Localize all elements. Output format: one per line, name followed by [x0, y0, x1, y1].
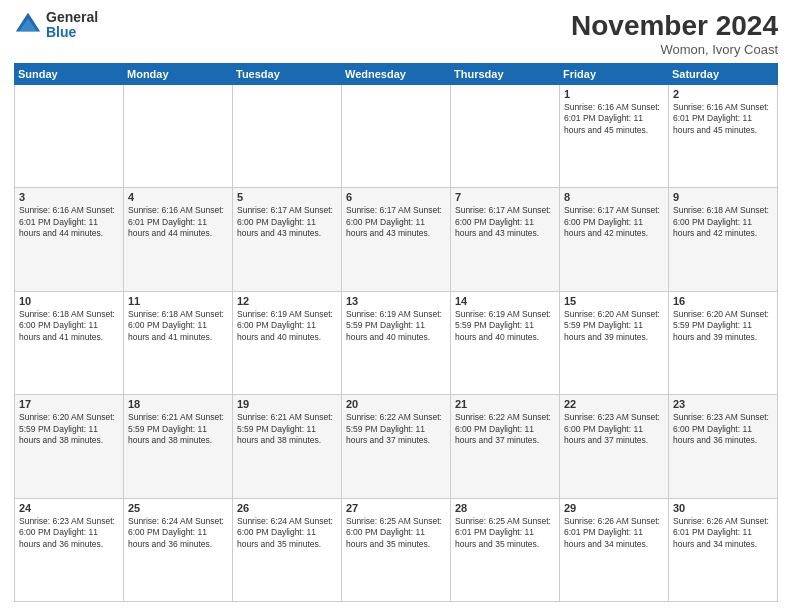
- day-info: Sunrise: 6:19 AM Sunset: 5:59 PM Dayligh…: [346, 309, 446, 343]
- table-row: 26Sunrise: 6:24 AM Sunset: 6:00 PM Dayli…: [233, 498, 342, 601]
- day-info: Sunrise: 6:23 AM Sunset: 6:00 PM Dayligh…: [19, 516, 119, 550]
- table-row: 25Sunrise: 6:24 AM Sunset: 6:00 PM Dayli…: [124, 498, 233, 601]
- day-number: 11: [128, 295, 228, 307]
- day-number: 18: [128, 398, 228, 410]
- day-info: Sunrise: 6:22 AM Sunset: 5:59 PM Dayligh…: [346, 412, 446, 446]
- table-row: 23Sunrise: 6:23 AM Sunset: 6:00 PM Dayli…: [669, 395, 778, 498]
- table-row: 5Sunrise: 6:17 AM Sunset: 6:00 PM Daylig…: [233, 188, 342, 291]
- table-row: 18Sunrise: 6:21 AM Sunset: 5:59 PM Dayli…: [124, 395, 233, 498]
- day-number: 10: [19, 295, 119, 307]
- day-number: 30: [673, 502, 773, 514]
- day-info: Sunrise: 6:19 AM Sunset: 6:00 PM Dayligh…: [237, 309, 337, 343]
- day-number: 1: [564, 88, 664, 100]
- day-number: 2: [673, 88, 773, 100]
- table-row: 16Sunrise: 6:20 AM Sunset: 5:59 PM Dayli…: [669, 291, 778, 394]
- col-friday: Friday: [560, 64, 669, 85]
- day-info: Sunrise: 6:16 AM Sunset: 6:01 PM Dayligh…: [128, 205, 228, 239]
- table-row: 22Sunrise: 6:23 AM Sunset: 6:00 PM Dayli…: [560, 395, 669, 498]
- day-info: Sunrise: 6:17 AM Sunset: 6:00 PM Dayligh…: [455, 205, 555, 239]
- week-row-1: 1Sunrise: 6:16 AM Sunset: 6:01 PM Daylig…: [15, 85, 778, 188]
- day-number: 16: [673, 295, 773, 307]
- day-info: Sunrise: 6:16 AM Sunset: 6:01 PM Dayligh…: [19, 205, 119, 239]
- table-row: 11Sunrise: 6:18 AM Sunset: 6:00 PM Dayli…: [124, 291, 233, 394]
- logo-icon: [14, 11, 42, 39]
- day-number: 24: [19, 502, 119, 514]
- day-number: 26: [237, 502, 337, 514]
- day-number: 12: [237, 295, 337, 307]
- day-info: Sunrise: 6:23 AM Sunset: 6:00 PM Dayligh…: [564, 412, 664, 446]
- table-row: 27Sunrise: 6:25 AM Sunset: 6:00 PM Dayli…: [342, 498, 451, 601]
- day-number: 21: [455, 398, 555, 410]
- week-row-3: 10Sunrise: 6:18 AM Sunset: 6:00 PM Dayli…: [15, 291, 778, 394]
- title-block: November 2024 Womon, Ivory Coast: [571, 10, 778, 57]
- week-row-2: 3Sunrise: 6:16 AM Sunset: 6:01 PM Daylig…: [15, 188, 778, 291]
- day-info: Sunrise: 6:17 AM Sunset: 6:00 PM Dayligh…: [237, 205, 337, 239]
- week-row-4: 17Sunrise: 6:20 AM Sunset: 5:59 PM Dayli…: [15, 395, 778, 498]
- logo-blue-text: Blue: [46, 25, 98, 40]
- day-info: Sunrise: 6:19 AM Sunset: 5:59 PM Dayligh…: [455, 309, 555, 343]
- day-number: 23: [673, 398, 773, 410]
- day-number: 20: [346, 398, 446, 410]
- day-info: Sunrise: 6:21 AM Sunset: 5:59 PM Dayligh…: [128, 412, 228, 446]
- day-info: Sunrise: 6:18 AM Sunset: 6:00 PM Dayligh…: [19, 309, 119, 343]
- table-row: 10Sunrise: 6:18 AM Sunset: 6:00 PM Dayli…: [15, 291, 124, 394]
- table-row: 17Sunrise: 6:20 AM Sunset: 5:59 PM Dayli…: [15, 395, 124, 498]
- month-title: November 2024: [571, 10, 778, 42]
- table-row: 12Sunrise: 6:19 AM Sunset: 6:00 PM Dayli…: [233, 291, 342, 394]
- table-row: 4Sunrise: 6:16 AM Sunset: 6:01 PM Daylig…: [124, 188, 233, 291]
- week-row-5: 24Sunrise: 6:23 AM Sunset: 6:00 PM Dayli…: [15, 498, 778, 601]
- day-info: Sunrise: 6:24 AM Sunset: 6:00 PM Dayligh…: [237, 516, 337, 550]
- table-row: 6Sunrise: 6:17 AM Sunset: 6:00 PM Daylig…: [342, 188, 451, 291]
- day-number: 13: [346, 295, 446, 307]
- table-row: 13Sunrise: 6:19 AM Sunset: 5:59 PM Dayli…: [342, 291, 451, 394]
- day-info: Sunrise: 6:21 AM Sunset: 5:59 PM Dayligh…: [237, 412, 337, 446]
- day-info: Sunrise: 6:18 AM Sunset: 6:00 PM Dayligh…: [673, 205, 773, 239]
- day-info: Sunrise: 6:26 AM Sunset: 6:01 PM Dayligh…: [673, 516, 773, 550]
- day-info: Sunrise: 6:16 AM Sunset: 6:01 PM Dayligh…: [673, 102, 773, 136]
- col-tuesday: Tuesday: [233, 64, 342, 85]
- day-info: Sunrise: 6:16 AM Sunset: 6:01 PM Dayligh…: [564, 102, 664, 136]
- calendar-header-row: Sunday Monday Tuesday Wednesday Thursday…: [15, 64, 778, 85]
- day-info: Sunrise: 6:26 AM Sunset: 6:01 PM Dayligh…: [564, 516, 664, 550]
- table-row: 30Sunrise: 6:26 AM Sunset: 6:01 PM Dayli…: [669, 498, 778, 601]
- day-info: Sunrise: 6:20 AM Sunset: 5:59 PM Dayligh…: [673, 309, 773, 343]
- day-number: 17: [19, 398, 119, 410]
- logo-text: General Blue: [46, 10, 98, 41]
- col-saturday: Saturday: [669, 64, 778, 85]
- day-number: 4: [128, 191, 228, 203]
- day-number: 25: [128, 502, 228, 514]
- day-number: 8: [564, 191, 664, 203]
- day-info: Sunrise: 6:23 AM Sunset: 6:00 PM Dayligh…: [673, 412, 773, 446]
- day-number: 5: [237, 191, 337, 203]
- page: General Blue November 2024 Womon, Ivory …: [0, 0, 792, 612]
- day-number: 14: [455, 295, 555, 307]
- table-row: [233, 85, 342, 188]
- table-row: [124, 85, 233, 188]
- day-info: Sunrise: 6:17 AM Sunset: 6:00 PM Dayligh…: [346, 205, 446, 239]
- logo: General Blue: [14, 10, 98, 41]
- day-info: Sunrise: 6:25 AM Sunset: 6:01 PM Dayligh…: [455, 516, 555, 550]
- col-monday: Monday: [124, 64, 233, 85]
- table-row: 19Sunrise: 6:21 AM Sunset: 5:59 PM Dayli…: [233, 395, 342, 498]
- day-number: 29: [564, 502, 664, 514]
- day-info: Sunrise: 6:20 AM Sunset: 5:59 PM Dayligh…: [19, 412, 119, 446]
- day-info: Sunrise: 6:18 AM Sunset: 6:00 PM Dayligh…: [128, 309, 228, 343]
- day-number: 22: [564, 398, 664, 410]
- table-row: 28Sunrise: 6:25 AM Sunset: 6:01 PM Dayli…: [451, 498, 560, 601]
- location: Womon, Ivory Coast: [571, 42, 778, 57]
- col-thursday: Thursday: [451, 64, 560, 85]
- day-info: Sunrise: 6:24 AM Sunset: 6:00 PM Dayligh…: [128, 516, 228, 550]
- day-info: Sunrise: 6:20 AM Sunset: 5:59 PM Dayligh…: [564, 309, 664, 343]
- header: General Blue November 2024 Womon, Ivory …: [14, 10, 778, 57]
- calendar-table: Sunday Monday Tuesday Wednesday Thursday…: [14, 63, 778, 602]
- table-row: 8Sunrise: 6:17 AM Sunset: 6:00 PM Daylig…: [560, 188, 669, 291]
- day-info: Sunrise: 6:17 AM Sunset: 6:00 PM Dayligh…: [564, 205, 664, 239]
- table-row: 9Sunrise: 6:18 AM Sunset: 6:00 PM Daylig…: [669, 188, 778, 291]
- table-row: 1Sunrise: 6:16 AM Sunset: 6:01 PM Daylig…: [560, 85, 669, 188]
- table-row: 21Sunrise: 6:22 AM Sunset: 6:00 PM Dayli…: [451, 395, 560, 498]
- table-row: 2Sunrise: 6:16 AM Sunset: 6:01 PM Daylig…: [669, 85, 778, 188]
- table-row: 24Sunrise: 6:23 AM Sunset: 6:00 PM Dayli…: [15, 498, 124, 601]
- day-info: Sunrise: 6:22 AM Sunset: 6:00 PM Dayligh…: [455, 412, 555, 446]
- day-info: Sunrise: 6:25 AM Sunset: 6:00 PM Dayligh…: [346, 516, 446, 550]
- day-number: 7: [455, 191, 555, 203]
